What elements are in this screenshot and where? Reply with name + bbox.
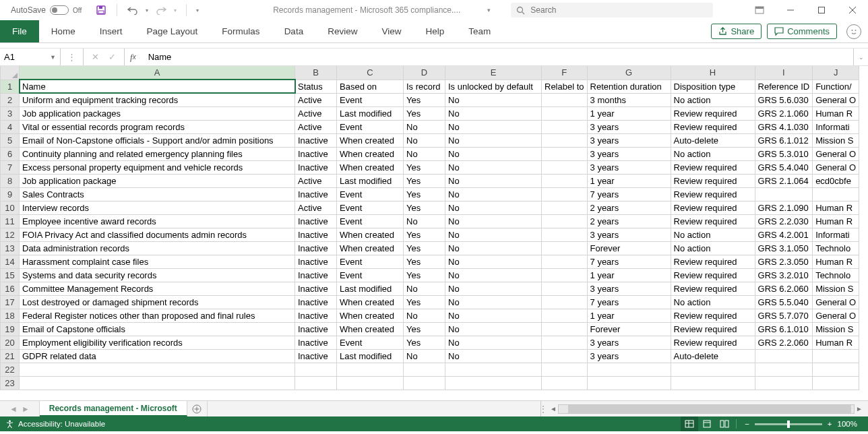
cell[interactable]: 3 years [587,336,671,349]
name-box-input[interactable] [4,52,44,62]
row-header[interactable]: 10 [1,201,20,214]
horizontal-scrollbar[interactable]: ◄ ► [545,401,868,416]
cell[interactable] [671,363,755,376]
cell[interactable]: Review required [671,214,755,228]
row-header[interactable]: 22 [1,363,20,376]
cell[interactable] [542,133,588,147]
cell[interactable]: Informati [813,228,859,241]
feedback-icon[interactable] [846,24,861,39]
cell[interactable]: 3 years [587,228,671,241]
cell[interactable] [542,376,588,390]
cell[interactable] [295,363,337,376]
cell[interactable] [542,187,588,201]
cell[interactable]: No action [671,228,755,241]
cell[interactable]: Informati [813,120,859,133]
tab-home[interactable]: Home [39,20,88,42]
cell[interactable]: When created [337,309,404,322]
row-header[interactable]: 16 [1,282,20,295]
save-icon[interactable] [95,4,107,16]
cell[interactable]: GRS 6.2.060 [755,282,813,295]
cell[interactable] [542,322,588,336]
tab-insert[interactable]: Insert [88,20,135,42]
cell[interactable]: No [404,120,445,133]
cell[interactable]: Mission S [813,133,859,147]
cell[interactable]: No [445,228,542,241]
cell[interactable] [542,174,588,187]
cell[interactable]: Yes [404,106,445,120]
row-header[interactable]: 17 [1,295,20,309]
cell[interactable]: Active [295,201,337,214]
cell[interactable]: Review required [671,120,755,133]
cell[interactable]: Reference ID [755,80,813,93]
cell[interactable] [542,309,588,322]
cell[interactable]: Human R [813,106,859,120]
cancel-formula-icon[interactable]: ✕ [92,52,99,62]
row-header[interactable]: 5 [1,133,20,147]
cell[interactable]: No [445,160,542,174]
cell[interactable] [542,160,588,174]
cell[interactable]: Yes [404,93,445,106]
cell[interactable]: No [404,133,445,147]
cell[interactable]: Event [337,93,404,106]
cell[interactable]: No [404,349,445,363]
file-tab[interactable]: File [0,20,39,42]
tab-page-layout[interactable]: Page Layout [135,20,210,42]
cell[interactable]: Systems and data security records [20,268,295,282]
cell[interactable]: Yes [404,187,445,201]
cell[interactable]: 3 years [587,282,671,295]
cell[interactable] [337,376,404,390]
formula-input-wrap[interactable] [142,49,853,65]
cell[interactable] [587,376,671,390]
col-header[interactable]: F [542,66,588,80]
cell[interactable]: Email of Capstone officials [20,322,295,336]
cell[interactable]: Based on [337,80,404,93]
cell[interactable]: No action [671,295,755,309]
formula-expand-icon[interactable]: ⌄ [853,49,868,65]
cell[interactable]: When created [337,133,404,147]
cell[interactable]: Vital or essential records program recor… [20,120,295,133]
view-page-layout-button[interactable] [698,416,716,431]
row-header[interactable]: 23 [1,376,20,390]
cell[interactable]: Human R [813,336,859,349]
spreadsheet-grid[interactable]: A B C D E F G H I J 1NameStatusBased onI… [0,66,868,400]
tab-formulas[interactable]: Formulas [210,20,272,42]
zoom-out-button[interactable]: − [745,420,749,428]
cell[interactable]: GRS 5.4.040 [755,160,813,174]
col-header[interactable]: H [671,66,755,80]
row-header[interactable]: 7 [1,160,20,174]
cell[interactable]: No [445,349,542,363]
cell[interactable]: Review required [671,268,755,282]
cell[interactable]: GRS 2.1.090 [755,201,813,214]
cell[interactable] [755,376,813,390]
cell[interactable]: Yes [404,322,445,336]
cell[interactable]: Active [295,174,337,187]
view-page-break-button[interactable] [716,416,733,431]
cell[interactable]: When created [337,295,404,309]
close-button[interactable] [837,0,868,20]
cell[interactable] [445,376,542,390]
cell[interactable] [813,363,859,376]
cell[interactable] [587,363,671,376]
cell[interactable]: GRS 2.1.060 [755,106,813,120]
zoom-in-button[interactable]: + [828,420,832,428]
cell[interactable]: Active [295,120,337,133]
cell[interactable]: Continuity planning and related emergenc… [20,147,295,160]
accessibility-status[interactable]: Accessibility: Unavailable [5,420,105,429]
cell[interactable]: No [445,295,542,309]
cell[interactable]: Yes [404,255,445,268]
cell[interactable]: General O [813,309,859,322]
cell[interactable]: Inactive [295,349,337,363]
cell[interactable]: Inactive [295,336,337,349]
cell[interactable]: GDPR related data [20,349,295,363]
cell[interactable] [755,187,813,201]
col-header[interactable]: G [587,66,671,80]
cell[interactable]: No [445,93,542,106]
undo-icon[interactable] [127,4,139,16]
cell[interactable] [542,268,588,282]
cell[interactable]: No [404,309,445,322]
row-header[interactable]: 1 [1,80,20,93]
cell[interactable]: No [445,174,542,187]
search-box[interactable] [511,3,713,18]
cell[interactable]: General O [813,93,859,106]
cell[interactable]: Function/ [813,80,859,93]
